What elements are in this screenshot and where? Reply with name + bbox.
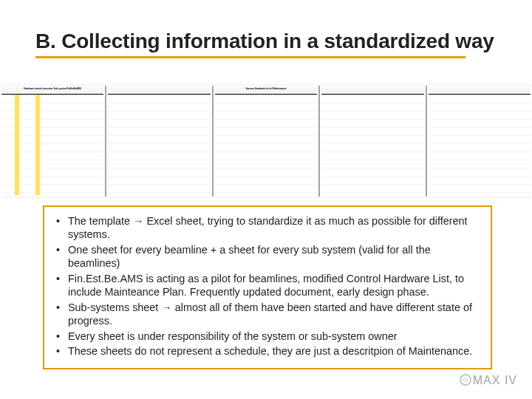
content-box: The template → Excel sheet, trying to st… <box>43 205 492 369</box>
sheet-header <box>108 87 210 95</box>
logo-ring-icon <box>460 374 471 386</box>
bullet-item: These sheets do not represent a schedule… <box>68 344 480 358</box>
sheet-grid: Hardware control overview: Sub-system Fi… <box>1 87 103 195</box>
spreadsheet-thumbnails: Hardware control overview: Sub-system Fi… <box>0 86 532 197</box>
sheet-thumb-3: Vacuum Hardware List of Maintenance <box>214 86 320 197</box>
sheet-thumb-5 <box>427 86 532 197</box>
sheet-grid: Vacuum Hardware List of Maintenance <box>215 87 317 195</box>
bullet-item: Sub-systems sheet → almost all of them h… <box>68 301 480 328</box>
sheet-header: Vacuum Hardware List of Maintenance <box>215 87 317 95</box>
sheet-grid <box>321 87 423 195</box>
bullet-item: One sheet for every beamline + a sheet f… <box>68 243 480 270</box>
sheet-grid <box>108 87 210 195</box>
maxiv-logo: MAX IV <box>460 374 517 387</box>
sheet-thumb-1: Hardware control overview: Sub-system Fi… <box>0 86 106 197</box>
sheet-grid <box>429 87 531 195</box>
bullet-list: The template → Excel sheet, trying to st… <box>55 214 480 358</box>
sheet-header: Hardware control overview: Sub-system Fi… <box>1 87 103 95</box>
bullet-item: The template → Excel sheet, trying to st… <box>68 214 480 242</box>
bullet-item: Every sheet is under responsibility of t… <box>68 330 480 343</box>
title-underline <box>35 56 466 58</box>
sheet-thumb-2 <box>106 86 213 197</box>
slide: B. Collecting information in a standardi… <box>0 0 532 399</box>
bullet-item: Fin.Est.Be.AMS is acting as a pilot for … <box>68 272 480 299</box>
sheet-header <box>321 87 423 95</box>
slide-title: B. Collecting information in a standardi… <box>35 30 497 53</box>
sheet-header <box>429 87 531 95</box>
sheet-thumb-4 <box>320 86 426 197</box>
logo-text: MAX IV <box>473 374 517 386</box>
